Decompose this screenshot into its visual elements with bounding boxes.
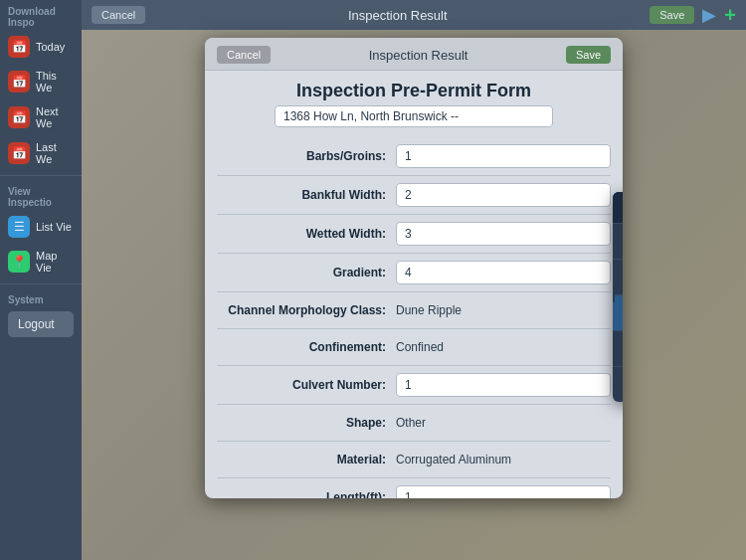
input-length-ft[interactable] (396, 485, 611, 498)
value-shape[interactable]: Other (396, 412, 611, 434)
cancel-button[interactable]: Cancel (92, 6, 145, 24)
nav-arrow-icon[interactable]: ▶ (702, 4, 716, 26)
label-shape: Shape: (217, 416, 386, 430)
modal-header: Cancel Inspection Result Save (205, 38, 623, 71)
select-option-plane-bed[interactable]: Plane Bed (613, 367, 623, 402)
input-culvert-number[interactable] (396, 373, 611, 397)
modal-cancel-button[interactable]: Cancel (217, 46, 271, 64)
sidebar-item-label-list-view: List Vie (36, 221, 72, 233)
field-row-confinement: Confinement: Confined (217, 329, 611, 366)
label-barbs-groins: Barbs/Groins: (217, 149, 386, 163)
form-address-container (217, 105, 611, 127)
sidebar-item-list-view[interactable]: ☰ List Vie (0, 210, 82, 244)
field-row-culvert-number: Culvert Number: (217, 366, 611, 405)
form-scroll-area: Inspection Pre-Permit Form Barbs/Groins:… (205, 71, 623, 498)
calendar-icon-today: 📅 (8, 36, 30, 58)
field-row-material: Material: Corrugated Aluminum (217, 442, 611, 478)
modal-overlay: Cancel Inspection Result Save Inspection… (82, 30, 746, 560)
select-option-forced-pool-ripple[interactable]: Forced Pool Ripple (613, 331, 623, 367)
topbar-title: Inspection Result (348, 8, 448, 23)
logout-button[interactable]: Logout (8, 311, 74, 337)
calendar-icon-next-week: 📅 (8, 106, 30, 128)
sidebar-item-label-this-week: This We (36, 70, 74, 93)
field-row-wetted-width: Wetted Width: (217, 215, 611, 254)
list-icon: ☰ (8, 216, 30, 238)
save-button[interactable]: Save (650, 6, 694, 24)
field-row-length-ft: Length(ft): (217, 478, 611, 498)
system-section-label: System (0, 288, 82, 307)
value-channel-morphology[interactable]: Dune Ripple (396, 299, 611, 321)
modal-save-button[interactable]: Save (566, 46, 611, 64)
input-gradient[interactable] (396, 261, 611, 284)
field-row-gradient: Gradient: (217, 254, 611, 292)
select-value-dropdown: Select Value Cascade Colluvial Dune Ripp… (613, 192, 623, 402)
label-wetted-width: Wetted Width: (217, 227, 386, 241)
label-culvert-number: Culvert Number: (217, 378, 386, 392)
input-barbs-groins[interactable] (396, 144, 611, 168)
sidebar-item-label-last-week: Last We (36, 141, 74, 165)
sidebar-item-next-week[interactable]: 📅 Next We (0, 99, 82, 135)
select-dropdown-title: Select Value (613, 192, 623, 224)
field-row-bankful-width: Bankful Width: (217, 176, 611, 215)
field-row-barbs-groins: Barbs/Groins: (217, 137, 611, 176)
select-option-cascade[interactable]: Cascade (613, 224, 623, 260)
value-material[interactable]: Corrugated Aluminum (396, 449, 611, 470)
label-gradient: Gradient: (217, 266, 386, 280)
label-length-ft: Length(ft): (217, 490, 386, 498)
label-bankful-width: Bankful Width: (217, 188, 386, 202)
field-row-channel-morphology: Channel Morphology Class: Dune Ripple (217, 292, 611, 329)
form-address-input[interactable] (275, 105, 553, 127)
sidebar-item-label-map-view: Map Vie (36, 250, 74, 274)
topbar: Cancel Inspection Result Save ▶ + (82, 0, 746, 30)
field-row-shape: Shape: Other (217, 405, 611, 442)
sidebar-item-today[interactable]: 📅 Today (0, 30, 82, 64)
view-section-label: View Inspectio (0, 180, 82, 210)
sidebar-item-map-view[interactable]: 📍 Map Vie (0, 244, 82, 280)
label-material: Material: (217, 453, 386, 467)
modal-header-title: Inspection Result (271, 48, 566, 63)
value-confinement[interactable]: Confined (396, 336, 611, 358)
sidebar-item-this-week[interactable]: 📅 This We (0, 64, 82, 99)
sidebar: Download Inspo 📅 Today 📅 This We 📅 Next … (0, 0, 82, 560)
label-confinement: Confinement: (217, 340, 386, 354)
select-option-dune-ripple[interactable]: Dune Ripple (613, 295, 623, 331)
sidebar-item-label-next-week: Next We (36, 105, 74, 129)
sidebar-item-label-today: Today (36, 41, 65, 53)
calendar-icon-last-week: 📅 (8, 142, 30, 164)
input-wetted-width[interactable] (396, 222, 611, 246)
form-title: Inspection Pre-Permit Form (217, 71, 611, 105)
calendar-icon-this-week: 📅 (8, 71, 30, 93)
label-channel-morphology: Channel Morphology Class: (217, 303, 386, 317)
sidebar-item-last-week[interactable]: 📅 Last We (0, 135, 82, 171)
inspection-form-modal: Cancel Inspection Result Save Inspection… (205, 38, 623, 498)
input-bankful-width[interactable] (396, 183, 611, 207)
nav-plus-icon[interactable]: + (724, 4, 736, 27)
select-option-colluvial[interactable]: Colluvial (613, 260, 623, 295)
nav-icons: Save ▶ + (650, 4, 736, 27)
download-section-label: Download Inspo (0, 0, 82, 30)
map-pin-icon: 📍 (8, 251, 30, 273)
